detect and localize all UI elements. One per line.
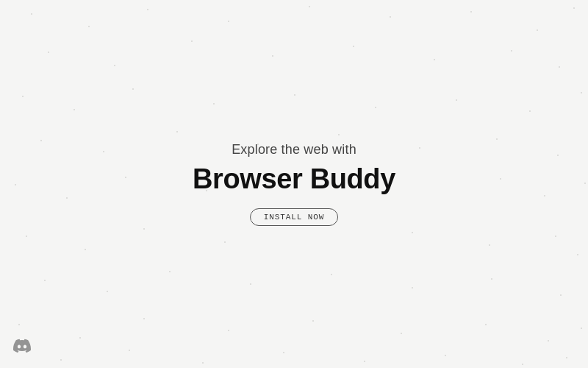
hero-subtitle: Explore the web with bbox=[232, 142, 356, 158]
hero-title: Browser Buddy bbox=[193, 163, 395, 195]
install-now-button[interactable]: INSTALL NOW bbox=[250, 208, 338, 226]
hero-section: Explore the web with Browser Buddy INSTA… bbox=[193, 142, 395, 226]
discord-icon[interactable] bbox=[13, 337, 31, 355]
